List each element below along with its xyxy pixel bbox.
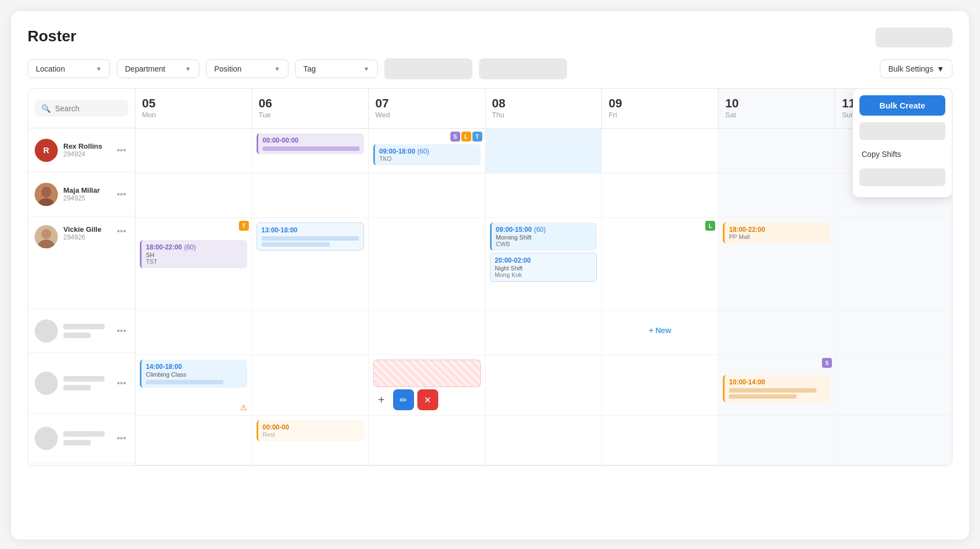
rex-sat[interactable] [718, 129, 835, 173]
more-button-5[interactable]: ••• [115, 377, 128, 389]
add-shift-button[interactable]: + [373, 389, 390, 410]
row4-fri[interactable]: + New [602, 311, 718, 355]
bulk-create-button[interactable]: Bulk Create [859, 95, 945, 116]
maja-fri[interactable] [602, 173, 718, 218]
rex-wed[interactable]: S L T 09:00-18:00 (60) TKO [369, 129, 486, 173]
more-button-rex[interactable]: ••• [115, 144, 128, 156]
maja-wed[interactable] [369, 173, 486, 218]
shift-card-row5-mon[interactable]: 14:00-18:00 Climbing Class [140, 360, 247, 388]
top-right-button[interactable] [875, 28, 952, 47]
row6-fri[interactable] [602, 416, 718, 465]
department-filter[interactable]: Department ▼ [117, 59, 199, 78]
delete-shift-button[interactable]: ✕ [417, 389, 438, 410]
dropdown-blank [859, 122, 945, 140]
row5-sun[interactable] [835, 355, 952, 415]
row4-wed[interactable] [369, 311, 486, 355]
search-box[interactable]: 🔍 [35, 100, 128, 117]
avatar-placeholder-5 [35, 372, 58, 395]
vickie-sun[interactable] [835, 218, 952, 310]
row5-fri[interactable] [602, 355, 718, 415]
row4-sun[interactable] [835, 311, 952, 355]
more-button-4[interactable]: ••• [115, 325, 128, 337]
sidebar-header: 🔍 [28, 89, 135, 128]
shift-card[interactable]: 09:00-18:00 (60) TKO [373, 144, 481, 165]
person-id-maja: 294925 [63, 194, 109, 202]
avatar-vickie [35, 225, 58, 248]
row4-thu[interactable] [486, 311, 602, 355]
cal-row-4: + New [135, 311, 952, 355]
row4-tue[interactable] [252, 311, 369, 355]
svg-point-4 [41, 229, 51, 239]
bulk-settings-button[interactable]: Bulk Settings ▼ [880, 59, 952, 78]
row6-wed[interactable] [369, 416, 486, 465]
new-shift-button[interactable]: + New [606, 315, 714, 335]
row6-tue[interactable]: 00:00-00 Rest [252, 416, 369, 465]
avatar-maja [35, 183, 58, 206]
vickie-sat[interactable]: 18:00-22:00 PP Mall [718, 218, 835, 310]
maja-mon[interactable] [135, 173, 252, 218]
search-input[interactable] [55, 104, 122, 113]
rex-mon[interactable] [135, 129, 252, 173]
row6-thu[interactable] [486, 416, 602, 465]
more-button-6[interactable]: ••• [115, 432, 128, 444]
person-row-rex: R Rex Rollins 294924 ••• [28, 128, 135, 172]
shift-card-vickie-mon[interactable]: 18:00-22:00 (60) SH TST [140, 240, 247, 268]
maja-tue[interactable] [252, 173, 369, 218]
vickie-mon[interactable]: T 18:00-22:00 (60) SH TST [135, 218, 252, 310]
badge-l: L [461, 132, 471, 142]
location-filter[interactable]: Location ▼ [28, 59, 110, 78]
gray-line [63, 333, 91, 338]
tag-filter[interactable]: Tag ▼ [295, 59, 378, 78]
shift-card-row5-wed-dash[interactable] [373, 360, 481, 387]
gray-line [63, 431, 105, 437]
day-header-fri: 09 Fri [602, 89, 718, 128]
filter-blank-1 [384, 58, 472, 79]
vickie-wed[interactable] [369, 218, 486, 310]
row4-sat[interactable] [718, 311, 835, 355]
copy-shifts-item[interactable]: Copy Shifts [853, 144, 952, 164]
vickie-fri[interactable]: L [602, 218, 718, 310]
row6-sat[interactable] [718, 416, 835, 465]
rest-card[interactable]: 00:00-00 Rest [257, 420, 364, 441]
person-id-rex: 294924 [63, 150, 109, 158]
row6-sun[interactable] [835, 416, 952, 465]
gray-line [63, 324, 105, 329]
shift-card-vickie-sat[interactable]: 18:00-22:00 PP Mall [723, 222, 830, 243]
avatar-placeholder-4 [35, 319, 58, 343]
rex-fri[interactable] [602, 129, 718, 173]
avatar-placeholder-6 [35, 427, 58, 450]
position-filter[interactable]: Position ▼ [206, 59, 288, 78]
row5-sat[interactable]: S 10:00-14:00 [718, 355, 835, 415]
svg-point-1 [41, 187, 51, 198]
shift-card-vickie-thu2[interactable]: 20:00-02:00 Night Shift Mong Kok [490, 253, 597, 282]
more-button-maja[interactable]: ••• [115, 188, 128, 200]
badge-s-corner: S [822, 358, 832, 368]
shift-card[interactable]: 00:00-00:00 [257, 133, 364, 154]
row5-tue[interactable] [252, 355, 369, 415]
row4-mon[interactable] [135, 311, 252, 355]
shift-card-vickie-thu1[interactable]: 09:00-15:00 (60) Morning Shift CWB [490, 222, 597, 251]
gray-lines-5 [63, 376, 109, 390]
person-info-maja: Maja Millar 294925 [63, 186, 109, 202]
action-buttons: + ✏ ✕ [373, 389, 481, 410]
rex-thu[interactable] [486, 129, 602, 173]
person-info-rex: Rex Rollins 294924 [63, 142, 109, 158]
gray-line [63, 385, 91, 390]
shift-card-row5-sat[interactable]: 10:00-14:00 [723, 375, 830, 402]
edit-shift-button[interactable]: ✏ [393, 389, 414, 410]
maja-sat[interactable] [718, 173, 835, 218]
vickie-thu[interactable]: 09:00-15:00 (60) Morning Shift CWB 20:00… [486, 218, 602, 310]
more-button-vickie[interactable]: ••• [115, 225, 128, 237]
gray-line [63, 376, 105, 382]
row5-wed[interactable]: + ✏ ✕ [369, 355, 486, 415]
row6-mon[interactable] [135, 416, 252, 465]
vickie-tue[interactable]: 13:00-18:00 [252, 218, 369, 310]
row5-thu[interactable] [486, 355, 602, 415]
maja-thu[interactable] [486, 173, 602, 218]
person-name-rex: Rex Rollins [63, 142, 109, 150]
rex-tue[interactable]: 00:00-00:00 [252, 129, 369, 173]
cal-row-vickie: T 18:00-22:00 (60) SH TST [135, 218, 952, 311]
row5-mon[interactable]: 14:00-18:00 Climbing Class ⚠ [135, 355, 252, 415]
shift-card-vickie-tue[interactable]: 13:00-18:00 [257, 222, 364, 251]
page-title: Roster [28, 28, 952, 45]
